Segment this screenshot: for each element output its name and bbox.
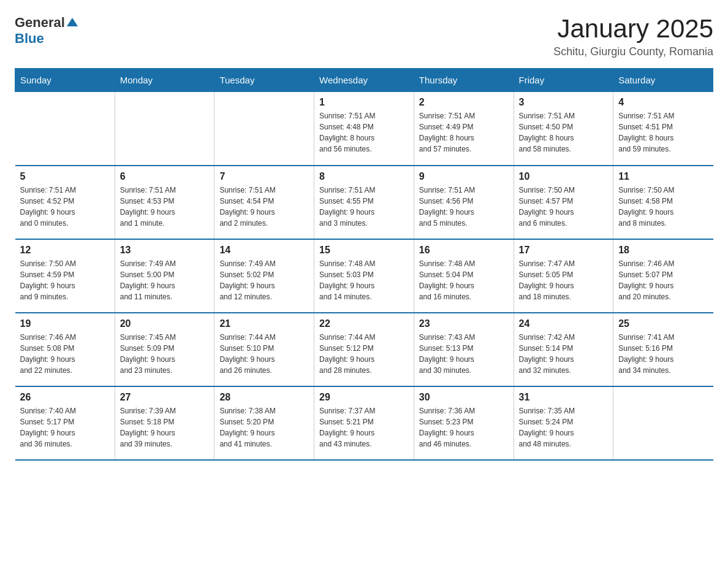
day-info: Sunrise: 7:44 AMSunset: 5:12 PMDaylight:… — [319, 332, 409, 376]
calendar-cell: 24Sunrise: 7:42 AMSunset: 5:14 PMDayligh… — [514, 313, 613, 386]
day-info: Sunrise: 7:44 AMSunset: 5:10 PMDaylight:… — [219, 332, 309, 376]
day-number: 15 — [319, 245, 409, 256]
calendar-week-row: 12Sunrise: 7:50 AMSunset: 4:59 PMDayligh… — [15, 239, 713, 313]
day-info: Sunrise: 7:48 AMSunset: 5:04 PMDaylight:… — [419, 258, 509, 302]
calendar-cell: 25Sunrise: 7:41 AMSunset: 5:16 PMDayligh… — [613, 313, 713, 386]
day-info: Sunrise: 7:51 AMSunset: 4:51 PMDaylight:… — [618, 110, 708, 155]
day-info: Sunrise: 7:49 AMSunset: 5:02 PMDaylight:… — [219, 258, 309, 302]
day-info: Sunrise: 7:37 AMSunset: 5:21 PMDaylight:… — [319, 405, 409, 450]
calendar-header-row: SundayMondayTuesdayWednesdayThursdayFrid… — [15, 69, 713, 92]
day-number: 6 — [120, 171, 210, 182]
day-number: 22 — [319, 318, 409, 329]
calendar-cell: 14Sunrise: 7:49 AMSunset: 5:02 PMDayligh… — [214, 239, 314, 313]
header-wednesday: Wednesday — [314, 69, 414, 92]
day-info: Sunrise: 7:51 AMSunset: 4:53 PMDaylight:… — [120, 185, 210, 229]
day-info: Sunrise: 7:51 AMSunset: 4:50 PMDaylight:… — [519, 110, 609, 155]
calendar-cell — [214, 92, 314, 166]
day-number: 31 — [519, 392, 609, 403]
day-info: Sunrise: 7:36 AMSunset: 5:23 PMDaylight:… — [419, 405, 509, 450]
header-sunday: Sunday — [15, 69, 115, 92]
day-info: Sunrise: 7:47 AMSunset: 5:05 PMDaylight:… — [519, 258, 609, 302]
day-number: 2 — [419, 97, 509, 108]
calendar-title-section: January 2025 Schitu, Giurgiu County, Rom… — [553, 15, 713, 58]
logo-blue: Blue — [15, 31, 44, 47]
calendar-week-row: 5Sunrise: 7:51 AMSunset: 4:52 PMDaylight… — [15, 166, 713, 239]
calendar-cell: 3Sunrise: 7:51 AMSunset: 4:50 PMDaylight… — [514, 92, 613, 166]
calendar-cell: 11Sunrise: 7:50 AMSunset: 4:58 PMDayligh… — [613, 166, 713, 239]
day-info: Sunrise: 7:50 AMSunset: 4:57 PMDaylight:… — [519, 185, 609, 229]
day-info: Sunrise: 7:40 AMSunset: 5:17 PMDaylight:… — [20, 405, 110, 450]
day-info: Sunrise: 7:51 AMSunset: 4:52 PMDaylight:… — [20, 185, 110, 229]
calendar-cell: 6Sunrise: 7:51 AMSunset: 4:53 PMDaylight… — [115, 166, 214, 239]
calendar-cell: 9Sunrise: 7:51 AMSunset: 4:56 PMDaylight… — [414, 166, 514, 239]
calendar-cell: 30Sunrise: 7:36 AMSunset: 5:23 PMDayligh… — [414, 386, 514, 460]
day-info: Sunrise: 7:41 AMSunset: 5:16 PMDaylight:… — [618, 332, 708, 376]
calendar-cell: 10Sunrise: 7:50 AMSunset: 4:57 PMDayligh… — [514, 166, 613, 239]
day-number: 9 — [419, 171, 509, 182]
day-number: 29 — [319, 392, 409, 403]
day-number: 4 — [618, 97, 708, 108]
calendar-cell: 8Sunrise: 7:51 AMSunset: 4:55 PMDaylight… — [314, 166, 414, 239]
calendar-cell: 29Sunrise: 7:37 AMSunset: 5:21 PMDayligh… — [314, 386, 414, 460]
calendar-cell: 26Sunrise: 7:40 AMSunset: 5:17 PMDayligh… — [15, 386, 115, 460]
day-info: Sunrise: 7:50 AMSunset: 4:58 PMDaylight:… — [618, 185, 708, 229]
calendar-cell: 1Sunrise: 7:51 AMSunset: 4:48 PMDaylight… — [314, 92, 414, 166]
day-info: Sunrise: 7:46 AMSunset: 5:08 PMDaylight:… — [20, 332, 110, 376]
day-number: 26 — [20, 392, 110, 403]
calendar-cell: 28Sunrise: 7:38 AMSunset: 5:20 PMDayligh… — [214, 386, 314, 460]
calendar-cell: 18Sunrise: 7:46 AMSunset: 5:07 PMDayligh… — [613, 239, 713, 313]
header-tuesday: Tuesday — [214, 69, 314, 92]
day-info: Sunrise: 7:43 AMSunset: 5:13 PMDaylight:… — [419, 332, 509, 376]
calendar-subtitle: Schitu, Giurgiu County, Romania — [553, 45, 713, 58]
day-number: 18 — [618, 245, 708, 256]
calendar-cell: 7Sunrise: 7:51 AMSunset: 4:54 PMDaylight… — [214, 166, 314, 239]
day-info: Sunrise: 7:51 AMSunset: 4:55 PMDaylight:… — [319, 185, 409, 229]
calendar-week-row: 19Sunrise: 7:46 AMSunset: 5:08 PMDayligh… — [15, 313, 713, 386]
calendar-cell: 17Sunrise: 7:47 AMSunset: 5:05 PMDayligh… — [514, 239, 613, 313]
calendar-table: SundayMondayTuesdayWednesdayThursdayFrid… — [15, 68, 713, 461]
header-saturday: Saturday — [613, 69, 713, 92]
day-info: Sunrise: 7:51 AMSunset: 4:54 PMDaylight:… — [219, 185, 309, 229]
calendar-cell: 21Sunrise: 7:44 AMSunset: 5:10 PMDayligh… — [214, 313, 314, 386]
day-number: 24 — [519, 318, 609, 329]
calendar-week-row: 1Sunrise: 7:51 AMSunset: 4:48 PMDaylight… — [15, 92, 713, 166]
day-number: 12 — [20, 245, 110, 256]
day-number: 21 — [219, 318, 309, 329]
calendar-week-row: 26Sunrise: 7:40 AMSunset: 5:17 PMDayligh… — [15, 386, 713, 460]
calendar-title: January 2025 — [553, 15, 713, 43]
day-info: Sunrise: 7:38 AMSunset: 5:20 PMDaylight:… — [219, 405, 309, 450]
day-info: Sunrise: 7:46 AMSunset: 5:07 PMDaylight:… — [618, 258, 708, 302]
day-number: 28 — [219, 392, 309, 403]
day-number: 14 — [219, 245, 309, 256]
day-info: Sunrise: 7:35 AMSunset: 5:24 PMDaylight:… — [519, 405, 609, 450]
day-info: Sunrise: 7:48 AMSunset: 5:03 PMDaylight:… — [319, 258, 409, 302]
calendar-cell — [15, 92, 115, 166]
calendar-cell: 12Sunrise: 7:50 AMSunset: 4:59 PMDayligh… — [15, 239, 115, 313]
day-number: 13 — [120, 245, 210, 256]
day-number: 5 — [20, 171, 110, 182]
day-info: Sunrise: 7:50 AMSunset: 4:59 PMDaylight:… — [20, 258, 110, 302]
day-number: 10 — [519, 171, 609, 182]
logo: General Blue — [15, 15, 78, 47]
header-friday: Friday — [514, 69, 613, 92]
calendar-cell: 31Sunrise: 7:35 AMSunset: 5:24 PMDayligh… — [514, 386, 613, 460]
calendar-cell: 27Sunrise: 7:39 AMSunset: 5:18 PMDayligh… — [115, 386, 214, 460]
day-info: Sunrise: 7:49 AMSunset: 5:00 PMDaylight:… — [120, 258, 210, 302]
day-info: Sunrise: 7:45 AMSunset: 5:09 PMDaylight:… — [120, 332, 210, 376]
header-thursday: Thursday — [414, 69, 514, 92]
day-info: Sunrise: 7:51 AMSunset: 4:48 PMDaylight:… — [319, 110, 409, 155]
calendar-cell: 13Sunrise: 7:49 AMSunset: 5:00 PMDayligh… — [115, 239, 214, 313]
day-info: Sunrise: 7:51 AMSunset: 4:56 PMDaylight:… — [419, 185, 509, 229]
day-number: 23 — [419, 318, 509, 329]
calendar-cell — [613, 386, 713, 460]
calendar-cell: 2Sunrise: 7:51 AMSunset: 4:49 PMDaylight… — [414, 92, 514, 166]
header-monday: Monday — [115, 69, 214, 92]
day-number: 1 — [319, 97, 409, 108]
day-number: 16 — [419, 245, 509, 256]
calendar-cell: 22Sunrise: 7:44 AMSunset: 5:12 PMDayligh… — [314, 313, 414, 386]
page-header: General Blue January 2025 Schitu, Giurgi… — [15, 15, 713, 58]
logo-general: General — [15, 15, 65, 31]
day-number: 19 — [20, 318, 110, 329]
day-number: 30 — [419, 392, 509, 403]
day-info: Sunrise: 7:51 AMSunset: 4:49 PMDaylight:… — [419, 110, 509, 155]
